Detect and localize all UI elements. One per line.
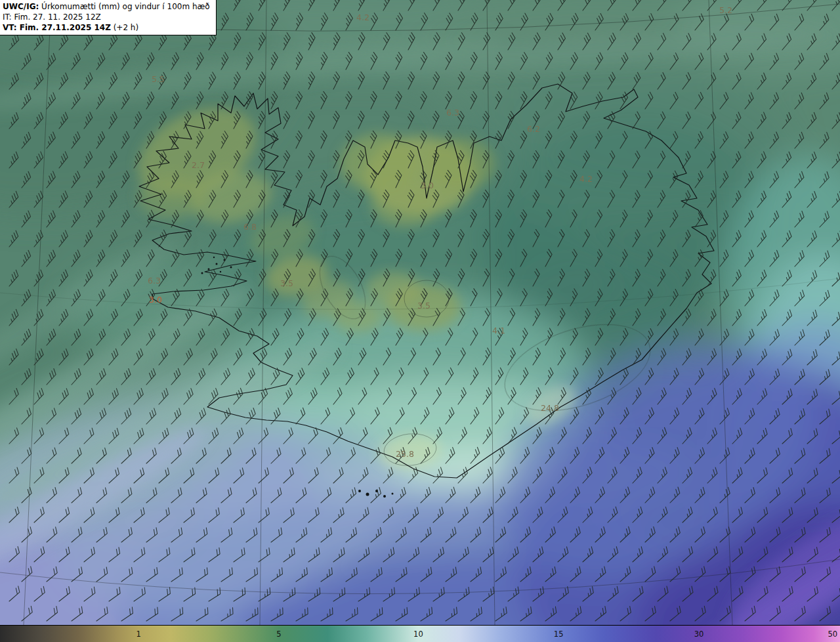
precip-value-label: 2.7 <box>192 160 205 170</box>
precip-value-label: 6.3 <box>148 276 161 286</box>
colorbar: 1510153050 <box>0 625 840 642</box>
precip-value-label: 5.5 <box>152 74 165 84</box>
colorbar-tick-10: 10 <box>413 630 423 639</box>
colorbar-tick-50: 50 <box>828 630 838 639</box>
precip-value-label: 5.2 <box>719 5 732 15</box>
weather-map-frame: 4.25.25.56.36.22.73.04.26.86.33.53.03.54… <box>0 0 840 642</box>
precip-value-label: 4.1 <box>492 326 505 335</box>
colorbar-tick-5: 5 <box>276 630 281 639</box>
product-description: Úrkomumætti (mm) og vindur í 100m hæð <box>39 2 209 11</box>
precip-value-label: 3.0 <box>421 181 434 190</box>
precip-value-label: 6.3 <box>446 108 459 118</box>
product-id: UWC/IG: <box>3 2 39 11</box>
map-title-box: UWC/IG: Úrkomumætti (mm) og vindur í 100… <box>0 0 217 35</box>
title-line-init-time: IT: Fim. 27. 11. 2025 12Z <box>3 12 210 22</box>
precip-value-label: 6.8 <box>243 222 257 232</box>
map-canvas: 4.25.25.56.36.22.73.04.26.86.33.53.03.54… <box>0 0 840 625</box>
valid-time-offset: (+2 h) <box>111 23 138 32</box>
precip-value-label: 4.2 <box>579 174 593 184</box>
title-line-product: UWC/IG: Úrkomumætti (mm) og vindur í 100… <box>3 1 210 12</box>
precip-value-label: 24.8 <box>541 403 559 413</box>
colorbar-tick-1: 1 <box>136 630 141 639</box>
precip-value-label: 3.0 <box>149 295 162 305</box>
valid-time: VT: Fim. 27.11.2025 14Z <box>3 23 111 32</box>
title-line-valid-time: VT: Fim. 27.11.2025 14Z (+2 h) <box>3 22 210 33</box>
colorbar-ticks: 1510153050 <box>0 626 840 642</box>
precip-value-label: 6.2 <box>527 124 540 134</box>
colorbar-tick-30: 30 <box>694 630 704 639</box>
precip-value-label: 3.5 <box>280 278 293 288</box>
precip-value-label: 25.8 <box>396 449 414 459</box>
precip-value-label: 4.2 <box>356 12 369 22</box>
colorbar-tick-15: 15 <box>554 630 564 639</box>
map-svg: 4.25.25.56.36.22.73.04.26.86.33.53.03.54… <box>0 0 840 625</box>
precip-value-label: 3.5 <box>417 301 430 310</box>
